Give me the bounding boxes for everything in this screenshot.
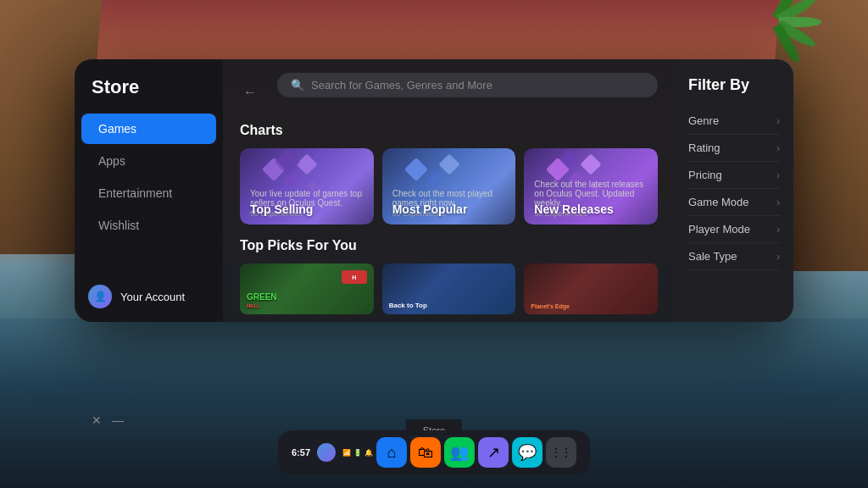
- chevron-icon-player-mode: ›: [776, 224, 780, 236]
- main-content: ← 🔍 Search for Games, Genres and More Ch…: [223, 59, 675, 322]
- chart-card-top-selling[interactable]: Top Selling Your live update of games to…: [240, 148, 374, 225]
- chart-card-most-popular[interactable]: Most Popular Check out the most played g…: [382, 148, 516, 225]
- sidebar-item-entertainment[interactable]: Entertainment: [81, 178, 216, 208]
- filter-item-rating[interactable]: Rating ›: [688, 135, 780, 162]
- taskbar-icon-arrow[interactable]: ↗: [478, 437, 509, 468]
- sidebar-item-games[interactable]: Games: [81, 114, 216, 144]
- top-picks-section-title: Top Picks For You: [240, 238, 658, 253]
- back-button[interactable]: ←: [240, 81, 260, 103]
- search-placeholder: Search for Games, Genres and More: [311, 79, 492, 92]
- card-label-most-popular: Most Popular: [392, 202, 468, 216]
- sidebar-title: Store: [75, 76, 223, 112]
- filter-item-player-mode[interactable]: Player Mode ›: [688, 216, 780, 243]
- pick-card-label-2: Back to Top: [389, 302, 427, 309]
- header-row: ← 🔍 Search for Games, Genres and More: [240, 73, 658, 111]
- pick-card-label-1: GREEN HELL: [247, 292, 277, 309]
- sidebar-item-wishlist[interactable]: Wishlist: [81, 210, 216, 241]
- taskbar-icon-grid[interactable]: ⋮⋮: [546, 437, 576, 468]
- top-picks-row: H GREEN HELL Back to Top Planet's Edge: [240, 263, 658, 314]
- filter-label-pricing: Pricing: [688, 169, 722, 181]
- search-icon: 🔍: [291, 79, 304, 92]
- avatar: 👤: [88, 285, 112, 308]
- vr-panel: Store Games Apps Entertainment Wishlist …: [75, 59, 793, 322]
- pick-card-back-to-top[interactable]: Back to Top: [382, 263, 516, 314]
- charts-row: Top Selling Your live update of games to…: [240, 148, 658, 225]
- filter-item-pricing[interactable]: Pricing ›: [688, 162, 780, 189]
- filter-panel: Filter By Genre › Rating › Pricing › Gam…: [675, 59, 793, 322]
- taskbar-icon-chat[interactable]: 💬: [512, 437, 542, 468]
- chart-info-new-releases: New Releases Check out the latest releas…: [524, 178, 658, 225]
- filter-item-genre[interactable]: Genre ›: [688, 108, 780, 135]
- pick-card-label-3: Planet's Edge: [531, 303, 570, 309]
- filter-label-rating: Rating: [688, 141, 721, 154]
- pick-card-planets-edge[interactable]: Planet's Edge: [524, 263, 658, 314]
- taskbar-time: 6:57: [292, 447, 310, 458]
- chart-card-new-releases[interactable]: New Releases Check out the latest releas…: [524, 148, 658, 225]
- battery-icon: 🔋: [353, 449, 362, 457]
- pick-card-green-hell[interactable]: H GREEN HELL: [240, 263, 374, 314]
- account-name: Your Account: [120, 291, 185, 303]
- sidebar-item-apps[interactable]: Apps: [81, 146, 216, 176]
- notification-icon: 🔔: [364, 449, 373, 457]
- chart-info-top-selling: Top Selling Your live update of games to…: [240, 187, 374, 225]
- filter-label-sale-type: Sale Type: [688, 250, 737, 263]
- taskbar-icon-home[interactable]: ⌂: [376, 437, 407, 468]
- pick-card-logo-1: H: [342, 270, 367, 284]
- filter-item-sale-type[interactable]: Sale Type ›: [688, 243, 780, 270]
- taskbar-icon-store[interactable]: 🛍: [410, 437, 441, 468]
- minimize-button[interactable]: —: [112, 413, 124, 427]
- filter-item-game-mode[interactable]: Game Mode ›: [688, 189, 780, 216]
- wifi-icon: 📶: [342, 449, 351, 457]
- filter-label-game-mode: Game Mode: [688, 196, 749, 208]
- taskbar: 6:57 📶 🔋 🔔 ⌂ 🛍 👥 ↗ 💬 ⋮⋮: [278, 430, 590, 474]
- sidebar: Store Games Apps Entertainment Wishlist …: [75, 59, 223, 322]
- status-icons: 📶 🔋 🔔: [342, 449, 373, 457]
- filter-label-genre: Genre: [688, 114, 719, 127]
- chart-info-most-popular: Most Popular Check out the most played g…: [382, 187, 516, 225]
- card-label-new-releases: New Releases: [534, 202, 613, 216]
- chevron-icon-game-mode: ›: [776, 197, 780, 208]
- chevron-icon-genre: ›: [776, 115, 780, 127]
- card-label-top-selling: Top Selling: [250, 202, 313, 216]
- taskbar-icon-social[interactable]: 👥: [444, 437, 475, 468]
- close-button[interactable]: ✕: [92, 413, 102, 427]
- chevron-icon-rating: ›: [776, 142, 780, 154]
- window-controls: ✕ —: [92, 413, 124, 427]
- filter-label-player-mode: Player Mode: [688, 223, 750, 236]
- taskbar-avatar: [317, 443, 336, 462]
- account-section[interactable]: 👤 Your Account: [75, 285, 223, 308]
- charts-section-title: Charts: [240, 123, 658, 138]
- search-bar[interactable]: 🔍 Search for Games, Genres and More: [277, 73, 658, 97]
- filter-title: Filter By: [688, 76, 780, 94]
- chevron-icon-sale-type: ›: [776, 251, 780, 263]
- chevron-icon-pricing: ›: [776, 169, 780, 181]
